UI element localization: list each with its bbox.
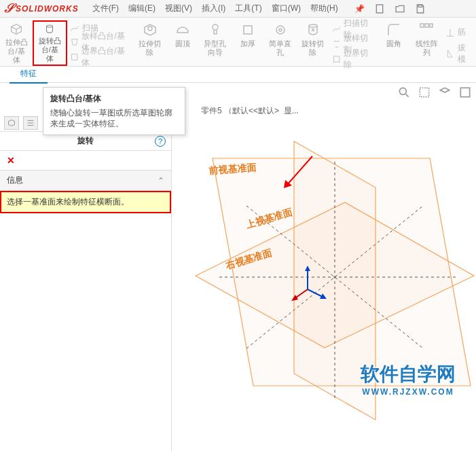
ribbon-extrude-cut[interactable]: 拉伸切 除 bbox=[134, 20, 166, 66]
ribbon-linear-pattern[interactable]: 线性阵 列 bbox=[410, 20, 443, 66]
svg-point-9 bbox=[309, 24, 317, 27]
svg-rect-0 bbox=[376, 5, 382, 13]
ribbon-label: 旋转切 除 bbox=[301, 39, 324, 57]
quick-access-toolbar bbox=[374, 3, 426, 14]
svg-rect-11 bbox=[420, 24, 424, 27]
save-icon[interactable] bbox=[415, 3, 426, 14]
pattern-icon bbox=[418, 22, 435, 38]
ribbon-label: 加厚 bbox=[240, 39, 255, 48]
svg-point-7 bbox=[276, 26, 285, 34]
ribbon-revolve-boss[interactable]: 旋转凸 台/基体 bbox=[33, 20, 67, 66]
draft-icon bbox=[445, 49, 454, 58]
watermark-url: WWW.RJZXW.COM bbox=[361, 387, 456, 397]
ribbon-label: 简单直 孔 bbox=[269, 39, 291, 57]
ribbon-label: 线性阵 列 bbox=[416, 39, 438, 57]
ribbon-label: 异型孔 向导 bbox=[204, 39, 226, 57]
ribbon-thicken[interactable]: 加厚 bbox=[232, 20, 264, 66]
view-orientation-icon[interactable] bbox=[438, 86, 452, 99]
ribbon-simple-hole[interactable]: 简单直 孔 bbox=[264, 20, 297, 66]
pin-icon[interactable]: 📌 bbox=[354, 4, 365, 14]
annotation-arrow bbox=[278, 153, 319, 194]
ribbon-boundary-cut[interactable]: 边界切除 bbox=[332, 52, 376, 67]
tooltip-title: 旋转凸台/基体 bbox=[50, 93, 178, 105]
ribbon-boundary[interactable]: 边界凸台/基体 bbox=[70, 50, 131, 65]
tooltip-revolve: 旋转凸台/基体 绕轴心旋转一草图或所选草图轮廓来生成一实体特征。 bbox=[43, 87, 185, 135]
ribbon-extrude-boss[interactable]: 拉伸凸 台/基体 bbox=[0, 20, 33, 66]
svg-rect-13 bbox=[430, 24, 433, 27]
panel-title: 旋转 bbox=[77, 135, 94, 147]
loft-cut-icon bbox=[332, 39, 341, 49]
ribbon-dome[interactable]: 圆顶 bbox=[166, 20, 199, 66]
tree-icon bbox=[26, 118, 35, 128]
help-icon[interactable]: ? bbox=[155, 136, 166, 147]
tab-features[interactable]: 特征 bbox=[10, 65, 48, 84]
close-button[interactable]: ✕ bbox=[0, 151, 171, 170]
menu-insert[interactable]: 插入(I) bbox=[202, 3, 225, 14]
ribbon-stack-2: 扫描切除 放样切割 边界切除 bbox=[329, 20, 378, 66]
svg-rect-3 bbox=[71, 54, 77, 60]
extrude-cut-icon bbox=[142, 22, 158, 38]
ribbon-rib[interactable]: 筋 bbox=[445, 25, 473, 40]
ribbon-label: 圆角 bbox=[386, 39, 401, 48]
sweep-icon bbox=[70, 24, 79, 33]
ribbon: 拉伸凸 台/基体 旋转凸 台/基体 扫描 放样凸台/基体 边界凸台/基体 拉伸切… bbox=[0, 18, 476, 67]
boundary-cut-icon bbox=[332, 54, 341, 64]
svg-point-2 bbox=[47, 25, 53, 27]
svg-rect-10 bbox=[333, 56, 339, 62]
menu-view[interactable]: 视图(V) bbox=[165, 3, 192, 14]
zoom-fit-icon[interactable] bbox=[397, 86, 411, 99]
graphics-viewport[interactable]: 前视基准面 上视基准面 右视基准面 软件自学网 WWW.RJZXW.COM bbox=[172, 114, 476, 451]
view-toolbar bbox=[397, 86, 472, 99]
svg-point-4 bbox=[148, 26, 152, 31]
revolve-cut-icon bbox=[305, 22, 321, 38]
ribbon-label: 拉伸凸 台/基体 bbox=[4, 38, 29, 65]
thicken-icon bbox=[240, 22, 256, 38]
watermark-text: 软件自学网 bbox=[361, 361, 456, 387]
section-label: 信息 bbox=[7, 175, 23, 186]
extrude-icon bbox=[8, 22, 24, 37]
ribbon-tabs: 特征 bbox=[0, 67, 476, 83]
zoom-area-icon[interactable] bbox=[418, 86, 431, 99]
app-logo: 𝒮 SOLIDWORKS bbox=[4, 1, 79, 16]
ribbon-hole-wizard[interactable]: 异型孔 向导 bbox=[199, 20, 232, 66]
hole-wizard-icon bbox=[207, 22, 223, 38]
menu-tools[interactable]: 工具(T) bbox=[235, 3, 261, 14]
svg-rect-6 bbox=[244, 26, 252, 34]
simple-hole-icon bbox=[272, 22, 289, 38]
tooltip-body: 绕轴心旋转一草图或所选草图轮廓来生成一实体特征。 bbox=[50, 107, 178, 129]
cube-icon bbox=[7, 118, 16, 128]
sweep-cut-icon bbox=[332, 24, 341, 34]
ribbon-stack-3: 筋 拔模 bbox=[443, 20, 476, 66]
loft-icon bbox=[70, 37, 79, 47]
revolve-icon bbox=[41, 23, 58, 35]
panel-info-message: 选择一基准面来绘制特征横断面。 bbox=[0, 191, 171, 213]
svg-rect-15 bbox=[420, 88, 428, 96]
svg-rect-12 bbox=[425, 24, 428, 27]
ribbon-stack-1: 扫描 放样凸台/基体 边界凸台/基体 bbox=[67, 20, 134, 66]
svg-point-5 bbox=[213, 24, 218, 30]
menu-help[interactable]: 帮助(H) bbox=[310, 3, 338, 14]
menu-window[interactable]: 窗口(W) bbox=[272, 3, 301, 14]
ribbon-revolve-cut[interactable]: 旋转切 除 bbox=[297, 20, 329, 66]
svg-point-14 bbox=[399, 88, 406, 94]
panel-section-header[interactable]: 信息 ⌃ bbox=[0, 170, 171, 191]
svg-rect-1 bbox=[418, 5, 422, 7]
boundary-icon bbox=[70, 52, 79, 62]
menu-edit[interactable]: 编辑(E) bbox=[128, 3, 155, 14]
svg-point-8 bbox=[279, 29, 282, 31]
ribbon-draft[interactable]: 拔模 bbox=[445, 46, 473, 61]
display-style-icon[interactable] bbox=[458, 86, 472, 99]
chevron-up-icon: ⌃ bbox=[158, 176, 164, 185]
new-icon[interactable] bbox=[374, 3, 385, 14]
panel-tab-feature[interactable] bbox=[4, 116, 19, 130]
menu-file[interactable]: 文件(F) bbox=[92, 3, 119, 14]
panel-tab-tree[interactable] bbox=[23, 116, 38, 130]
open-icon[interactable] bbox=[395, 3, 405, 14]
svg-line-27 bbox=[287, 156, 312, 185]
property-manager: 旋转 ? ✕ 信息 ⌃ 选择一基准面来绘制特征横断面。 bbox=[0, 114, 172, 451]
ribbon-label: 拉伸切 除 bbox=[139, 39, 161, 57]
rib-icon bbox=[445, 28, 455, 37]
app-name: SOLIDWORKS bbox=[16, 4, 79, 14]
ribbon-fillet[interactable]: 圆角 bbox=[378, 20, 410, 66]
fillet-icon bbox=[386, 22, 402, 38]
